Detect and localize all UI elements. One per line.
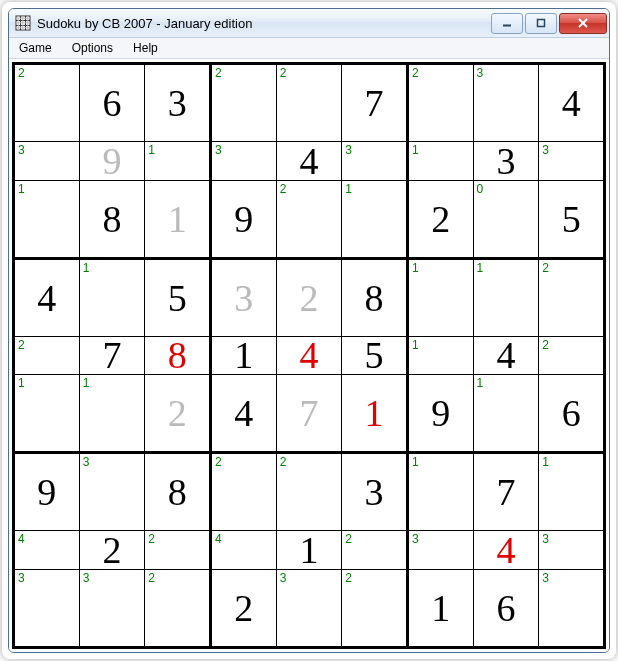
cell-r4-c1[interactable]: 7: [79, 336, 145, 375]
cell-r0-c1[interactable]: 6: [79, 64, 145, 142]
cell-value: 6: [80, 65, 145, 141]
cell-r8-c2[interactable]: 2: [145, 570, 211, 648]
cell-r1-c6[interactable]: 1: [407, 141, 473, 180]
cell-r5-c7[interactable]: 1: [473, 375, 539, 453]
cell-r3-c7[interactable]: 1: [473, 258, 539, 336]
cell-r6-c7[interactable]: 7: [473, 453, 539, 531]
cell-r2-c6[interactable]: 2: [407, 180, 473, 258]
cell-hint: 3: [280, 571, 287, 585]
cell-r1-c7[interactable]: 3: [473, 141, 539, 180]
cell-r5-c6[interactable]: 9: [407, 375, 473, 453]
cell-r3-c4[interactable]: 2: [276, 258, 342, 336]
cell-r3-c2[interactable]: 5: [145, 258, 211, 336]
close-button[interactable]: [559, 13, 607, 34]
cell-hint: 3: [83, 571, 90, 585]
cell-r7-c0[interactable]: 4: [14, 531, 80, 570]
cell-r7-c5[interactable]: 2: [342, 531, 408, 570]
cell-r7-c3[interactable]: 4: [210, 531, 276, 570]
cell-r7-c6[interactable]: 3: [407, 531, 473, 570]
cell-r5-c4[interactable]: 7: [276, 375, 342, 453]
cell-r6-c6[interactable]: 1: [407, 453, 473, 531]
cell-r8-c8[interactable]: 3: [539, 570, 605, 648]
cell-r1-c3[interactable]: 3: [210, 141, 276, 180]
cell-r8-c6[interactable]: 1: [407, 570, 473, 648]
cell-hint: 2: [345, 532, 352, 546]
cell-r2-c5[interactable]: 1: [342, 180, 408, 258]
cell-r3-c0[interactable]: 4: [14, 258, 80, 336]
cell-r3-c1[interactable]: 1: [79, 258, 145, 336]
titlebar[interactable]: Sudoku by CB 2007 - January edition: [9, 9, 609, 38]
menu-game[interactable]: Game: [9, 38, 62, 58]
cell-r6-c8[interactable]: 1: [539, 453, 605, 531]
cell-r5-c3[interactable]: 4: [210, 375, 276, 453]
cell-r0-c6[interactable]: 2: [407, 64, 473, 142]
cell-r2-c7[interactable]: 0: [473, 180, 539, 258]
menu-help[interactable]: Help: [123, 38, 168, 58]
cell-r3-c8[interactable]: 2: [539, 258, 605, 336]
cell-r2-c4[interactable]: 2: [276, 180, 342, 258]
cell-r3-c3[interactable]: 3: [210, 258, 276, 336]
cell-r1-c4[interactable]: 4: [276, 141, 342, 180]
cell-value: 1: [409, 570, 473, 646]
cell-r2-c0[interactable]: 1: [14, 180, 80, 258]
cell-r4-c8[interactable]: 2: [539, 336, 605, 375]
cell-r5-c0[interactable]: 1: [14, 375, 80, 453]
cell-r1-c0[interactable]: 3: [14, 141, 80, 180]
cell-r8-c5[interactable]: 2: [342, 570, 408, 648]
menu-options[interactable]: Options: [62, 38, 123, 58]
cell-r8-c7[interactable]: 6: [473, 570, 539, 648]
cell-r7-c2[interactable]: 2: [145, 531, 211, 570]
cell-r6-c3[interactable]: 2: [210, 453, 276, 531]
cell-value: 7: [277, 375, 342, 451]
cell-r4-c0[interactable]: 2: [14, 336, 80, 375]
cell-r2-c2[interactable]: 1: [145, 180, 211, 258]
minimize-button[interactable]: [491, 13, 523, 34]
cell-r5-c1[interactable]: 1: [79, 375, 145, 453]
cell-r8-c0[interactable]: 3: [14, 570, 80, 648]
cell-r5-c8[interactable]: 6: [539, 375, 605, 453]
cell-r0-c5[interactable]: 7: [342, 64, 408, 142]
cell-r8-c3[interactable]: 2: [210, 570, 276, 648]
cell-r2-c8[interactable]: 5: [539, 180, 605, 258]
cell-r4-c2[interactable]: 8: [145, 336, 211, 375]
cell-hint: 1: [412, 338, 419, 352]
cell-r1-c8[interactable]: 3: [539, 141, 605, 180]
cell-r0-c2[interactable]: 3: [145, 64, 211, 142]
cell-r0-c3[interactable]: 2: [210, 64, 276, 142]
cell-r7-c1[interactable]: 2: [79, 531, 145, 570]
cell-r3-c5[interactable]: 8: [342, 258, 408, 336]
cell-r4-c5[interactable]: 5: [342, 336, 408, 375]
cell-r3-c6[interactable]: 1: [407, 258, 473, 336]
cell-r7-c7[interactable]: 4: [473, 531, 539, 570]
cell-value: 7: [474, 454, 539, 530]
cell-r4-c3[interactable]: 1: [210, 336, 276, 375]
cell-value: 2: [80, 531, 145, 569]
cell-r4-c4[interactable]: 4: [276, 336, 342, 375]
cell-r6-c5[interactable]: 3: [342, 453, 408, 531]
cell-r7-c8[interactable]: 3: [539, 531, 605, 570]
cell-hint: 0: [477, 182, 484, 196]
cell-r5-c5[interactable]: 1: [342, 375, 408, 453]
maximize-button[interactable]: [525, 13, 557, 34]
cell-r0-c0[interactable]: 2: [14, 64, 80, 142]
cell-r6-c2[interactable]: 8: [145, 453, 211, 531]
cell-r4-c6[interactable]: 1: [407, 336, 473, 375]
cell-r1-c5[interactable]: 3: [342, 141, 408, 180]
cell-r0-c7[interactable]: 3: [473, 64, 539, 142]
cell-hint: 3: [18, 143, 25, 157]
cell-r8-c1[interactable]: 3: [79, 570, 145, 648]
cell-r6-c1[interactable]: 3: [79, 453, 145, 531]
cell-value: 2: [409, 181, 473, 257]
cell-r5-c2[interactable]: 2: [145, 375, 211, 453]
cell-r2-c3[interactable]: 9: [210, 180, 276, 258]
cell-r2-c1[interactable]: 8: [79, 180, 145, 258]
cell-r8-c4[interactable]: 3: [276, 570, 342, 648]
cell-r1-c1[interactable]: 9: [79, 141, 145, 180]
cell-r4-c7[interactable]: 4: [473, 336, 539, 375]
cell-r6-c0[interactable]: 9: [14, 453, 80, 531]
cell-r0-c8[interactable]: 4: [539, 64, 605, 142]
cell-r1-c2[interactable]: 1: [145, 141, 211, 180]
cell-r7-c4[interactable]: 1: [276, 531, 342, 570]
cell-r6-c4[interactable]: 2: [276, 453, 342, 531]
cell-r0-c4[interactable]: 2: [276, 64, 342, 142]
